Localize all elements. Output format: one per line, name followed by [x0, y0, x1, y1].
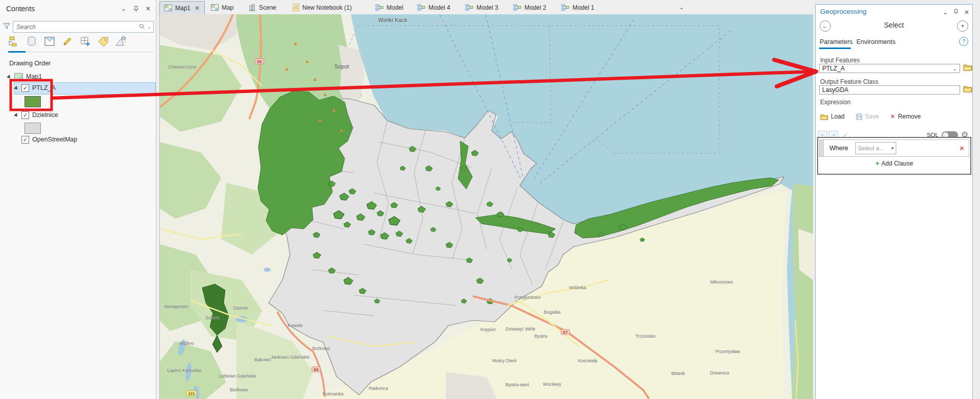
- model-icon: [561, 4, 569, 11]
- list-by-editing-icon[interactable]: [61, 35, 74, 48]
- geoprocessing-collapse-icon[interactable]: ⌄: [943, 9, 948, 16]
- tree-item-layer-osm[interactable]: ✓ OpenStreetMap: [21, 134, 77, 145]
- folder-icon: [820, 113, 828, 120]
- save-icon: [856, 113, 863, 120]
- chevron-down-icon[interactable]: ⌄: [953, 66, 957, 72]
- filter-icon[interactable]: [3, 22, 10, 32]
- map-place-label: Koszwały: [578, 358, 597, 363]
- where-label: Where: [829, 145, 848, 152]
- map-place-label: Bielkowo: [230, 387, 248, 392]
- dzielnice-symbol-swatch[interactable]: [25, 123, 41, 134]
- close-tab-icon[interactable]: ✕: [195, 5, 200, 12]
- expand-collapse-icon[interactable]: [14, 86, 19, 91]
- map-place-label: Sulmin: [205, 315, 220, 320]
- remove-label: Remove: [898, 113, 921, 120]
- map-place-label: Mokry Dwór: [492, 358, 517, 363]
- map-place-label: Otomin: [233, 306, 248, 311]
- tree-item-layer-dzielnice[interactable]: ✓ Dzielnice: [14, 110, 58, 120]
- tab-map[interactable]: Map: [206, 1, 238, 14]
- map-place-label: Bystra: [534, 334, 547, 339]
- tab-model-4[interactable]: Model 4: [413, 1, 455, 14]
- map-place-label: Wielki Kack: [378, 17, 408, 23]
- map-place-label: Bąkowo: [254, 357, 271, 362]
- list-by-labeling-icon[interactable]: [97, 35, 110, 48]
- geoprocessing-close-icon[interactable]: ✕: [964, 9, 969, 16]
- expression-builder-box: Where Select a... ▾ ✕ +Add Clause: [817, 137, 971, 175]
- tab-scene[interactable]: Scene: [244, 1, 281, 14]
- remove-x-icon: ✕: [890, 113, 895, 120]
- tab-label: Map1: [175, 5, 190, 12]
- chevron-down-icon: ▾: [891, 146, 894, 151]
- save-expression-button[interactable]: Save: [856, 113, 879, 120]
- remove-expression-button[interactable]: ✕ Remove: [890, 113, 921, 120]
- road-shield: S6: [312, 367, 321, 372]
- tab-parameters[interactable]: Parameters: [820, 38, 853, 45]
- load-expression-button[interactable]: Load: [820, 113, 845, 120]
- layer-visibility-checkbox[interactable]: ✓: [21, 84, 29, 92]
- active-tab-indicator: [819, 48, 851, 49]
- input-features-combo[interactable]: PTLZ_A ⌄: [819, 64, 960, 73]
- geoprocessing-pin-icon[interactable]: [953, 9, 959, 16]
- map-icon: [164, 5, 172, 11]
- contents-pin-icon[interactable]: [132, 5, 139, 12]
- output-feature-class-input[interactable]: LasyGDA: [819, 85, 960, 95]
- remove-clause-icon[interactable]: ✕: [959, 145, 965, 152]
- expression-label: Expression: [820, 99, 850, 106]
- map-place-label: Gdynia: [437, 19, 451, 24]
- map-place-label: Widlino: [179, 341, 194, 346]
- layer-visibility-checkbox[interactable]: ✓: [21, 111, 29, 119]
- plus-icon: +: [875, 159, 879, 167]
- list-by-drawing-order-icon[interactable]: [7, 35, 20, 48]
- contents-collapse-icon[interactable]: ⌄: [120, 5, 127, 12]
- list-by-selection-icon[interactable]: [43, 35, 56, 48]
- list-by-snapping-icon[interactable]: [79, 35, 92, 48]
- search-options-chevron-icon[interactable]: ⌄: [147, 25, 151, 30]
- layer-name-label: Dzielnice: [32, 111, 58, 119]
- tree-item-layer-ptlz[interactable]: ✓ PTLZ_A: [14, 83, 56, 93]
- map-canvas[interactable]: Wielki KackGdyniaSopotChwaszczynoNiestęp…: [159, 14, 813, 399]
- map-place-label: Niestępowo: [164, 304, 188, 309]
- list-by-charts-icon[interactable]: [114, 35, 128, 48]
- browse-output-folder-icon[interactable]: [963, 85, 972, 95]
- field-select-dropdown[interactable]: Select a... ▾: [855, 142, 896, 154]
- search-icon[interactable]: [139, 22, 145, 32]
- toolbar-active-indicator: [8, 51, 26, 53]
- road-shield: S6: [255, 59, 264, 64]
- contents-close-icon[interactable]: ✕: [145, 5, 152, 12]
- clause-drag-handle[interactable]: [820, 140, 824, 156]
- search-input[interactable]: [15, 23, 137, 31]
- road-shield: 221: [186, 391, 197, 396]
- ptlz-symbol-swatch[interactable]: [25, 96, 41, 107]
- add-clause-label: Add Clause: [881, 160, 913, 167]
- map-name-label: Map1: [26, 73, 42, 80]
- tab-model[interactable]: Model: [371, 1, 408, 14]
- browse-input-folder-icon[interactable]: [963, 63, 972, 73]
- tab-overflow-chevron-icon[interactable]: ⌄: [679, 4, 684, 11]
- tab-new-notebook[interactable]: 1 New Notebook (1): [288, 1, 356, 14]
- list-by-source-icon[interactable]: [25, 35, 38, 48]
- layer-visibility-checkbox[interactable]: ✓: [21, 136, 29, 144]
- tab-label: Model 3: [476, 4, 498, 11]
- load-label: Load: [831, 113, 845, 120]
- layer-name-label: OpenStreetMap: [32, 136, 77, 143]
- add-clause-button[interactable]: +Add Clause: [818, 159, 970, 167]
- tree-item-map[interactable]: Map1: [7, 72, 42, 82]
- add-to-model-button[interactable]: +: [957, 20, 968, 32]
- tab-environments[interactable]: Environments: [856, 38, 895, 45]
- model-icon: [375, 4, 384, 11]
- arcgis-pro-window: Contents ⌄ ✕ ⌄: [0, 0, 980, 399]
- input-features-value: PTLZ_A: [822, 65, 845, 72]
- contents-panel: Contents ⌄ ✕ ⌄: [0, 0, 156, 399]
- geoprocessing-panel: Geoprocessing ⌄ ✕ ← Select + Parameters …: [815, 4, 973, 399]
- help-icon[interactable]: ?: [959, 37, 968, 46]
- tab-model-3[interactable]: Model 3: [461, 1, 503, 14]
- tab-map1[interactable]: Map1 ✕: [159, 1, 205, 14]
- tab-model-2[interactable]: Model 2: [509, 1, 551, 14]
- road-shield: S7: [561, 330, 570, 335]
- tab-model-1[interactable]: Model 1: [557, 1, 599, 14]
- tab-label: Model 1: [572, 4, 594, 11]
- model-icon: [417, 4, 425, 11]
- expand-collapse-icon[interactable]: [7, 75, 12, 80]
- expand-collapse-icon[interactable]: [14, 113, 19, 118]
- map-thumbnail-icon: [14, 73, 23, 81]
